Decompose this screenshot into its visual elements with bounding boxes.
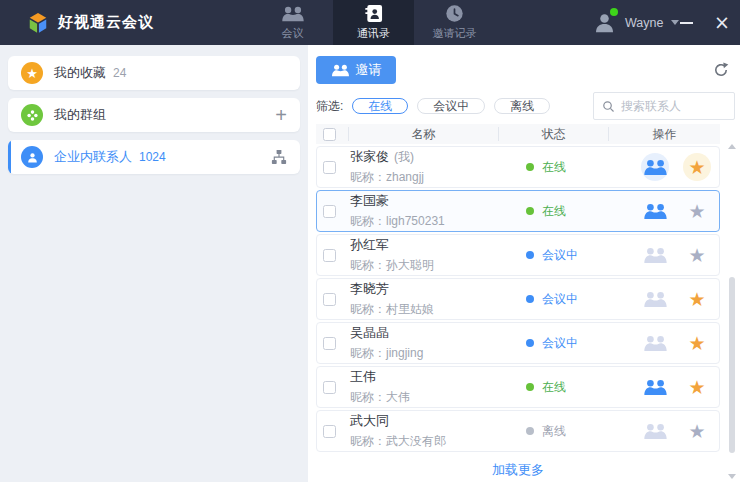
- user-menu[interactable]: Wayne: [592, 0, 679, 45]
- meeting-people-icon: [331, 64, 350, 77]
- contact-row[interactable]: 李国豪 昵称：ligh750231 在线 ★: [316, 190, 720, 232]
- contact-name: 吴晶晶: [350, 325, 389, 340]
- sidebar-item-my-favorites[interactable]: ★ 我的收藏 24: [8, 56, 300, 90]
- chevron-down-icon: [671, 20, 679, 25]
- contact-name: 张家俊: [350, 149, 389, 164]
- status-label: 在线: [542, 379, 566, 396]
- favorite-star-icon[interactable]: ★: [683, 197, 711, 225]
- sidebar-item-my-groups[interactable]: 我的群组 +: [8, 98, 300, 132]
- contact-nickname: 昵称：zhangjj: [350, 169, 500, 186]
- invite-to-meeting-icon[interactable]: [641, 329, 669, 357]
- row-checkbox[interactable]: [323, 161, 336, 174]
- star-badge-icon: ★: [21, 62, 43, 84]
- status-label: 离线: [542, 423, 566, 440]
- contact-list: 张家俊(我) 昵称：zhangjj 在线 ★ 李国豪 昵称：ligh750231…: [316, 146, 720, 452]
- search-icon: [602, 100, 615, 113]
- contact-name: 孙红军: [350, 237, 389, 252]
- contact-row[interactable]: 孙红军 昵称：孙大聪明 会议中 ★: [316, 234, 720, 276]
- table-header: 名称 状态 操作: [316, 124, 720, 144]
- tab-meetings[interactable]: 会议: [252, 0, 333, 45]
- add-group-button[interactable]: +: [275, 104, 287, 127]
- status-dot-icon: [526, 383, 534, 391]
- status-label: 会议中: [542, 247, 578, 264]
- status-label: 在线: [542, 203, 566, 220]
- favorite-star-icon[interactable]: ★: [683, 285, 711, 313]
- contact-nickname: 昵称：村里姑娘: [350, 301, 500, 318]
- cube-logo-icon: [27, 12, 49, 34]
- scroll-down-arrow-icon[interactable]: [728, 474, 736, 479]
- status-dot-icon: [526, 163, 534, 171]
- filter-pill[interactable]: 会议中: [417, 98, 485, 114]
- filter-pill[interactable]: 在线: [352, 98, 408, 114]
- filter-label: 筛选:: [316, 98, 343, 115]
- invite-to-meeting-icon[interactable]: [641, 241, 669, 269]
- contact-row[interactable]: 张家俊(我) 昵称：zhangjj 在线 ★: [316, 146, 720, 188]
- select-all-checkbox[interactable]: [323, 128, 336, 141]
- invite-button[interactable]: 邀请: [316, 56, 396, 84]
- tab-invite-history[interactable]: 邀请记录: [414, 0, 495, 45]
- contact-name-suffix: (我): [394, 150, 414, 164]
- load-more-link[interactable]: 加载更多: [316, 461, 720, 479]
- cluster-badge-icon: [21, 104, 43, 126]
- contact-name: 李国豪: [350, 193, 389, 208]
- contact-nickname: 昵称：ligh750231: [350, 213, 500, 230]
- status-label: 会议中: [542, 291, 578, 308]
- window-controls: ×: [680, 0, 730, 45]
- row-checkbox[interactable]: [323, 249, 336, 262]
- org-chart-icon[interactable]: [271, 149, 287, 165]
- sidebar-item-enterprise-contacts[interactable]: 企业内联系人 1024: [8, 140, 300, 174]
- favorite-star-icon[interactable]: ★: [683, 373, 711, 401]
- minimize-button[interactable]: [680, 22, 693, 24]
- contact-status: 在线: [500, 379, 610, 396]
- row-checkbox[interactable]: [323, 425, 336, 438]
- invite-to-meeting-icon[interactable]: [641, 373, 669, 401]
- column-header-status: 状态: [499, 127, 609, 141]
- favorite-star-icon[interactable]: ★: [683, 241, 711, 269]
- history-icon: [445, 4, 464, 23]
- app-logo: 好视通云会议: [27, 12, 154, 34]
- scrollbar[interactable]: [727, 144, 737, 479]
- invite-to-meeting-icon[interactable]: [641, 417, 669, 445]
- invite-to-meeting-icon[interactable]: [641, 153, 669, 181]
- contact-row[interactable]: 吴晶晶 昵称：jingjing 会议中 ★: [316, 322, 720, 364]
- contact-row[interactable]: 武大同 昵称：武大没有郎 离线 ★: [316, 410, 720, 452]
- contact-status: 在线: [500, 203, 610, 220]
- tab-contacts[interactable]: 通讯录: [333, 0, 414, 45]
- status-dot-icon: [526, 339, 534, 347]
- status-label: 在线: [542, 159, 566, 176]
- filter-bar: 筛选: 在线会议中离线: [316, 92, 740, 120]
- contact-row[interactable]: 王伟 昵称：大伟 在线 ★: [316, 366, 720, 408]
- status-dot-icon: [526, 207, 534, 215]
- invite-to-meeting-icon[interactable]: [641, 197, 669, 225]
- sidebar: ★ 我的收藏 24 我的群组 + 企业内联系人 1024: [0, 45, 308, 482]
- favorite-star-icon[interactable]: ★: [683, 329, 711, 357]
- search-box: [593, 92, 735, 120]
- app-body: ★ 我的收藏 24 我的群组 + 企业内联系人 1024 邀请: [0, 45, 740, 482]
- contact-status: 在线: [500, 159, 610, 176]
- favorite-star-icon[interactable]: ★: [683, 417, 711, 445]
- person-badge-icon: [21, 146, 43, 168]
- row-checkbox[interactable]: [323, 205, 336, 218]
- scroll-up-arrow-icon[interactable]: [728, 144, 736, 149]
- filter-pill[interactable]: 离线: [494, 98, 550, 114]
- favorite-star-icon[interactable]: ★: [683, 153, 711, 181]
- contact-name: 武大同: [350, 413, 389, 428]
- status-label: 会议中: [542, 335, 578, 352]
- online-presence-dot: [610, 8, 618, 16]
- invite-button-label: 邀请: [356, 61, 382, 79]
- invite-to-meeting-icon[interactable]: [641, 285, 669, 313]
- column-header-name: 名称: [349, 127, 499, 141]
- row-checkbox[interactable]: [323, 381, 336, 394]
- refresh-icon: [713, 62, 729, 78]
- filter-pills: 在线会议中离线: [352, 95, 559, 118]
- row-checkbox[interactable]: [323, 337, 336, 350]
- row-checkbox[interactable]: [323, 293, 336, 306]
- contact-nickname: 昵称：大伟: [350, 389, 500, 406]
- search-input[interactable]: [621, 99, 726, 113]
- close-button[interactable]: ×: [714, 13, 730, 32]
- refresh-button[interactable]: [713, 62, 729, 78]
- contact-status: 会议中: [500, 247, 610, 264]
- contact-row[interactable]: 李晓芳 昵称：村里姑娘 会议中 ★: [316, 278, 720, 320]
- status-dot-icon: [526, 295, 534, 303]
- scrollbar-thumb[interactable]: [729, 277, 735, 453]
